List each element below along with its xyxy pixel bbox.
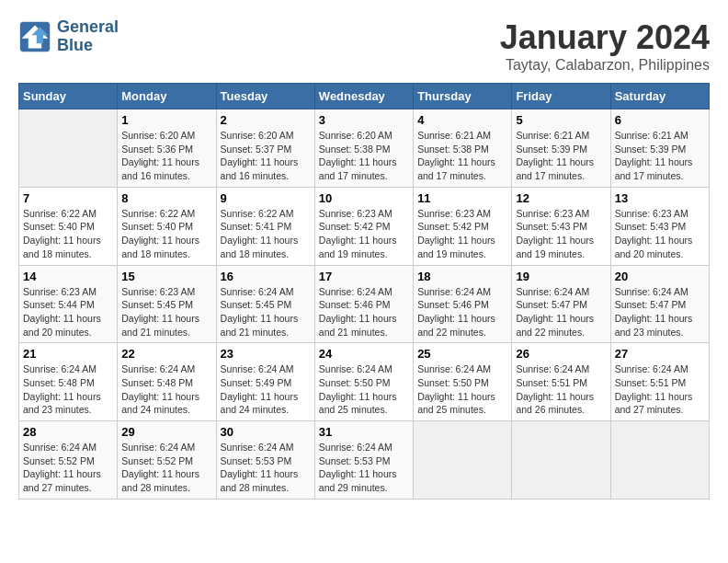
day-number: 12 [516,191,606,205]
day-number: 10 [319,191,409,205]
day-cell: 11Sunrise: 6:23 AM Sunset: 5:42 PM Dayli… [414,187,512,265]
column-header-tuesday: Tuesday [216,84,314,109]
day-cell: 13Sunrise: 6:23 AM Sunset: 5:43 PM Dayli… [610,187,709,265]
week-row-5: 28Sunrise: 6:24 AM Sunset: 5:52 PM Dayli… [19,421,710,500]
day-info: Sunrise: 6:23 AM Sunset: 5:44 PM Dayligh… [23,285,113,339]
day-cell: 7Sunrise: 6:22 AM Sunset: 5:40 PM Daylig… [19,187,118,265]
day-cell: 8Sunrise: 6:22 AM Sunset: 5:40 PM Daylig… [118,187,216,265]
day-cell [414,421,512,500]
day-cell: 12Sunrise: 6:23 AM Sunset: 5:43 PM Dayli… [512,187,610,265]
day-number: 23 [221,347,311,361]
column-header-sunday: Sunday [19,84,118,109]
logo: General Blue [18,18,119,55]
day-number: 9 [221,191,311,205]
day-cell [19,109,118,188]
day-number: 5 [516,113,606,127]
day-info: Sunrise: 6:21 AM Sunset: 5:38 PM Dayligh… [417,129,507,183]
day-info: Sunrise: 6:24 AM Sunset: 5:52 PM Dayligh… [23,441,113,495]
day-info: Sunrise: 6:24 AM Sunset: 5:51 PM Dayligh… [615,362,705,417]
day-number: 8 [121,191,211,205]
column-header-thursday: Thursday [414,84,512,109]
day-number: 22 [121,347,211,361]
week-row-4: 21Sunrise: 6:24 AM Sunset: 5:48 PM Dayli… [19,343,710,421]
day-info: Sunrise: 6:20 AM Sunset: 5:38 PM Dayligh… [319,129,409,183]
day-cell: 29Sunrise: 6:24 AM Sunset: 5:52 PM Dayli… [118,421,216,500]
day-info: Sunrise: 6:24 AM Sunset: 5:46 PM Dayligh… [417,285,507,339]
day-cell: 16Sunrise: 6:24 AM Sunset: 5:45 PM Dayli… [216,265,314,343]
day-cell [512,421,610,500]
column-header-friday: Friday [512,84,610,109]
day-info: Sunrise: 6:24 AM Sunset: 5:51 PM Dayligh… [516,362,606,417]
day-info: Sunrise: 6:23 AM Sunset: 5:43 PM Dayligh… [516,207,606,261]
week-row-1: 1Sunrise: 6:20 AM Sunset: 5:36 PM Daylig… [19,109,710,188]
logo-line2: Blue [57,37,119,55]
subtitle: Taytay, Calabarzon, Philippines [500,57,710,74]
day-number: 14 [23,270,113,283]
day-info: Sunrise: 6:24 AM Sunset: 5:47 PM Dayligh… [516,285,606,339]
day-cell: 31Sunrise: 6:24 AM Sunset: 5:53 PM Dayli… [314,421,413,500]
day-number: 20 [615,270,705,283]
day-number: 21 [23,347,113,361]
day-cell: 15Sunrise: 6:23 AM Sunset: 5:45 PM Dayli… [118,265,216,343]
day-info: Sunrise: 6:23 AM Sunset: 5:42 PM Dayligh… [319,207,409,261]
day-cell: 14Sunrise: 6:23 AM Sunset: 5:44 PM Dayli… [19,265,118,343]
day-cell: 22Sunrise: 6:24 AM Sunset: 5:48 PM Dayli… [118,343,216,421]
day-number: 7 [23,191,113,205]
day-info: Sunrise: 6:24 AM Sunset: 5:48 PM Dayligh… [23,362,113,417]
day-number: 28 [23,425,113,439]
day-number: 15 [121,270,211,283]
day-number: 13 [615,191,705,205]
day-number: 3 [319,113,409,127]
day-cell: 24Sunrise: 6:24 AM Sunset: 5:50 PM Dayli… [314,343,413,421]
day-info: Sunrise: 6:24 AM Sunset: 5:45 PM Dayligh… [221,285,311,339]
day-number: 6 [615,113,705,127]
column-header-monday: Monday [118,84,216,109]
day-number: 18 [417,270,507,283]
day-cell: 26Sunrise: 6:24 AM Sunset: 5:51 PM Dayli… [512,343,610,421]
day-cell: 28Sunrise: 6:24 AM Sunset: 5:52 PM Dayli… [19,421,118,500]
day-number: 30 [221,425,311,439]
day-info: Sunrise: 6:24 AM Sunset: 5:50 PM Dayligh… [417,362,507,417]
day-cell: 20Sunrise: 6:24 AM Sunset: 5:47 PM Dayli… [610,265,709,343]
day-number: 31 [319,425,409,439]
day-info: Sunrise: 6:24 AM Sunset: 5:48 PM Dayligh… [121,362,211,417]
main-title: January 2024 [500,18,710,57]
day-number: 19 [516,270,606,283]
day-info: Sunrise: 6:24 AM Sunset: 5:52 PM Dayligh… [121,441,211,495]
day-cell: 21Sunrise: 6:24 AM Sunset: 5:48 PM Dayli… [19,343,118,421]
day-info: Sunrise: 6:24 AM Sunset: 5:53 PM Dayligh… [319,441,409,495]
day-info: Sunrise: 6:23 AM Sunset: 5:45 PM Dayligh… [121,285,211,339]
day-info: Sunrise: 6:23 AM Sunset: 5:42 PM Dayligh… [417,207,507,261]
day-cell: 1Sunrise: 6:20 AM Sunset: 5:36 PM Daylig… [118,109,216,188]
title-block: January 2024 Taytay, Calabarzon, Philipp… [500,18,710,74]
day-cell: 17Sunrise: 6:24 AM Sunset: 5:46 PM Dayli… [314,265,413,343]
day-number: 24 [319,347,409,361]
day-cell: 27Sunrise: 6:24 AM Sunset: 5:51 PM Dayli… [610,343,709,421]
day-number: 4 [417,113,507,127]
day-cell: 25Sunrise: 6:24 AM Sunset: 5:50 PM Dayli… [414,343,512,421]
day-number: 16 [221,270,311,283]
day-info: Sunrise: 6:20 AM Sunset: 5:37 PM Dayligh… [221,129,311,183]
column-header-saturday: Saturday [610,84,709,109]
logo-line1: General [57,18,119,37]
day-info: Sunrise: 6:21 AM Sunset: 5:39 PM Dayligh… [516,129,606,183]
day-number: 26 [516,347,606,361]
page-header: General Blue January 2024 Taytay, Calaba… [18,18,710,74]
day-cell: 2Sunrise: 6:20 AM Sunset: 5:37 PM Daylig… [216,109,314,188]
day-info: Sunrise: 6:24 AM Sunset: 5:53 PM Dayligh… [221,441,311,495]
day-info: Sunrise: 6:23 AM Sunset: 5:43 PM Dayligh… [615,207,705,261]
day-number: 11 [417,191,507,205]
day-number: 29 [121,425,211,439]
day-cell: 19Sunrise: 6:24 AM Sunset: 5:47 PM Dayli… [512,265,610,343]
day-cell: 30Sunrise: 6:24 AM Sunset: 5:53 PM Dayli… [216,421,314,500]
day-cell: 23Sunrise: 6:24 AM Sunset: 5:49 PM Dayli… [216,343,314,421]
logo-text: General Blue [57,18,119,55]
day-info: Sunrise: 6:22 AM Sunset: 5:41 PM Dayligh… [221,207,311,261]
logo-icon [18,20,51,53]
day-cell: 5Sunrise: 6:21 AM Sunset: 5:39 PM Daylig… [512,109,610,188]
day-info: Sunrise: 6:22 AM Sunset: 5:40 PM Dayligh… [23,207,113,261]
calendar-table: SundayMondayTuesdayWednesdayThursdayFrid… [18,83,710,500]
day-number: 2 [221,113,311,127]
day-cell: 6Sunrise: 6:21 AM Sunset: 5:39 PM Daylig… [610,109,709,188]
header-row: SundayMondayTuesdayWednesdayThursdayFrid… [19,84,710,109]
